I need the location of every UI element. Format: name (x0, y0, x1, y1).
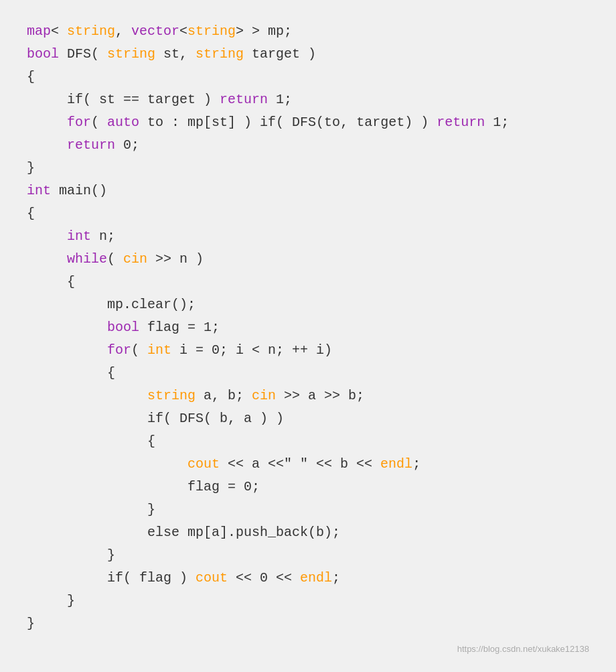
code-token: main() (51, 180, 107, 202)
code-token: ( (107, 248, 123, 271)
code-token: bool (107, 316, 139, 339)
code-token: if( flag ) (27, 567, 196, 590)
code-token: if (27, 88, 83, 111)
code-token: int (67, 225, 91, 248)
code-token: cout (187, 453, 220, 476)
code-token: return (437, 111, 485, 134)
code-token: cin (123, 248, 147, 271)
code-token: < (51, 20, 67, 43)
code-token: cout (196, 567, 228, 590)
code-token (27, 453, 187, 476)
code-token: << a <<" " << b << (220, 453, 380, 476)
code-token: 1; (268, 88, 292, 111)
code-line: cout << a <<" " << b << endl; (27, 453, 589, 476)
code-token: { (27, 430, 155, 453)
code-token: a, b; (196, 385, 252, 407)
code-token: ; (412, 453, 420, 476)
code-token: for (67, 111, 91, 134)
code-token: DFS( (59, 43, 107, 66)
code-line: { (27, 202, 589, 225)
code-line: if( DFS( b, a ) ) (27, 407, 589, 430)
code-token: auto (107, 111, 139, 134)
code-token: return (67, 134, 115, 157)
code-token: st, (155, 43, 196, 66)
code-token: ( (91, 111, 107, 134)
code-token: if (260, 111, 276, 134)
code-token: endl (380, 453, 412, 476)
code-line: { (27, 430, 589, 453)
code-token: string (187, 20, 236, 43)
code-token: { (27, 271, 75, 293)
code-line: for( auto to : mp[st] ) if( DFS(to, targ… (27, 111, 589, 134)
code-line: if( flag ) cout << 0 << endl; (27, 567, 589, 590)
watermark: https://blog.csdn.net/xukake12138 (27, 642, 589, 657)
code-token (27, 385, 147, 407)
code-line: } (27, 544, 589, 567)
code-line: } (27, 590, 589, 612)
code-line: } (27, 498, 589, 521)
code-line: for( int i = 0; i < n; ++ i) (27, 339, 589, 362)
code-token: n; (91, 225, 115, 248)
code-line: } (27, 612, 589, 635)
code-token: 0; (115, 134, 139, 157)
code-token: endl (300, 567, 332, 590)
code-token: ( st == target ) (83, 88, 220, 111)
code-block: map< string, vector<string> > mp;bool DF… (13, 13, 603, 663)
code-token: if( DFS( b, a ) ) (27, 407, 284, 430)
code-token: } (27, 590, 75, 612)
code-line: bool DFS( string st, string target ) (27, 43, 589, 66)
code-line: } (27, 157, 589, 180)
code-line: while( cin >> n ) (27, 248, 589, 271)
code-token: >> n ) (147, 248, 204, 271)
code-line: return 0; (27, 134, 589, 157)
code-token: else mp[a].push_back(b); (27, 521, 340, 544)
code-token: flag = 1; (139, 316, 220, 339)
code-token (27, 134, 67, 157)
code-token: << 0 << (228, 567, 300, 590)
code-line: mp.clear(); (27, 293, 589, 316)
code-token: string (67, 20, 115, 43)
code-token: } (27, 498, 155, 521)
code-line: { (27, 66, 589, 88)
code-token: int (147, 339, 171, 362)
code-token: mp.clear(); (27, 293, 196, 316)
code-token: } (27, 544, 115, 567)
code-token: i = 0; i < n; ++ i) (171, 339, 332, 362)
code-token: } (27, 157, 35, 180)
code-token: flag = 0; (27, 476, 260, 498)
code-token: string (196, 43, 244, 66)
code-token: 1; (485, 111, 509, 134)
code-token: to : mp[st] ) (139, 111, 260, 134)
code-token: cin (252, 385, 276, 407)
code-line: bool flag = 1; (27, 316, 589, 339)
code-token: ( DFS(to, target) ) (276, 111, 437, 134)
code-line: if( st == target ) return 1; (27, 88, 589, 111)
code-line: { (27, 271, 589, 293)
code-token: { (27, 362, 115, 385)
code-token: ( (131, 339, 147, 362)
code-token: , (115, 20, 131, 43)
code-token: { (27, 202, 35, 225)
code-line: flag = 0; (27, 476, 589, 498)
code-line: int n; (27, 225, 589, 248)
code-token: { (27, 66, 35, 88)
code-token: > > mp; (236, 20, 292, 43)
code-token (27, 316, 107, 339)
code-token: target ) (244, 43, 316, 66)
code-token: bool (27, 43, 59, 66)
code-token (27, 111, 67, 134)
code-token: vector (131, 20, 179, 43)
code-token: } (27, 612, 35, 635)
code-line: else mp[a].push_back(b); (27, 521, 589, 544)
code-token (27, 339, 107, 362)
code-token: >> a >> b; (276, 385, 364, 407)
code-token: int (27, 180, 51, 202)
code-token (27, 225, 67, 248)
code-token: ; (332, 567, 340, 590)
code-line: map< string, vector<string> > mp; (27, 20, 589, 43)
code-line: string a, b; cin >> a >> b; (27, 385, 589, 407)
code-token (27, 248, 67, 271)
code-lines: map< string, vector<string> > mp;bool DF… (27, 20, 589, 635)
code-line: { (27, 362, 589, 385)
code-token: return (220, 88, 268, 111)
